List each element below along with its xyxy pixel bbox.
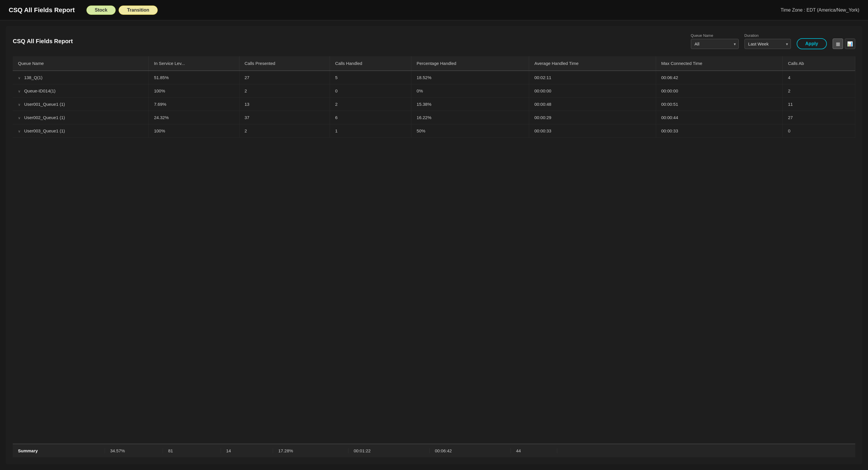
cell-abandoned-4: 0 [783,124,855,138]
cell-handled-1: 0 [330,84,411,98]
cell-handled-2: 2 [330,98,411,111]
col-header-calls-presented: Calls Presented [239,56,330,71]
table-body: ∨ 138_Q(1) 51.85% 27 5 18.52% 00:02:11 0… [13,71,855,138]
controls: Queue Name All 138_Q Queue-ID014 User001… [691,33,855,49]
cell-queue-name-3: ∨ User002_Queue1 (1) [13,111,149,124]
cell-service-0: 51.85% [149,71,239,84]
cell-service-3: 24.32% [149,111,239,124]
cell-presented-2: 13 [239,98,330,111]
tab-stock[interactable]: Stock [86,5,116,15]
report-header: CSQ All Fields Report Queue Name All 138… [13,33,855,49]
cell-queue-name-1: ∨ Queue-ID014(1) [13,84,149,98]
nav-tabs: Stock Transition [86,5,158,15]
cell-abandoned-3: 27 [783,111,855,124]
chart-view-icon: 📊 [847,41,853,47]
col-header-calls-handled: Calls Handled [330,56,411,71]
cell-pct-4: 50% [411,124,529,138]
col-header-queue-name: Queue Name [13,56,149,71]
summary-max-connected-time: 00:06:42 [430,448,511,453]
data-table: Queue Name In Service Lev... Calls Prese… [13,56,855,138]
expand-icon-4[interactable]: ∨ [18,129,21,133]
cell-handled-4: 1 [330,124,411,138]
table-row: ∨ Queue-ID014(1) 100% 2 0 0% 00:00:00 00… [13,84,855,98]
table-header: Queue Name In Service Lev... Calls Prese… [13,56,855,71]
cell-avg-3: 00:00:29 [529,111,656,124]
expand-icon-1[interactable]: ∨ [18,89,21,93]
view-buttons: ▦ 📊 [833,38,855,49]
table-row: ∨ User001_Queue1 (1) 7.69% 13 2 15.38% 0… [13,98,855,111]
cell-service-4: 100% [149,124,239,138]
summary-label: Summary [18,448,105,453]
table-row: ∨ User002_Queue1 (1) 24.32% 37 6 16.22% … [13,111,855,124]
expand-icon-3[interactable]: ∨ [18,116,21,120]
summary-avg-handled-time: 00:01:22 [348,448,430,453]
cell-presented-0: 27 [239,71,330,84]
cell-pct-1: 0% [411,84,529,98]
table-row: ∨ 138_Q(1) 51.85% 27 5 18.52% 00:02:11 0… [13,71,855,84]
summary-calls-presented: 81 [163,448,221,453]
duration-group: Duration Last Week Today Yesterday Last … [744,33,791,49]
queue-name-group: Queue Name All 138_Q Queue-ID014 User001… [691,33,739,49]
chart-view-button[interactable]: 📊 [845,38,855,49]
summary-bar: Summary 34.57% 81 14 17.28% 00:01:22 00:… [13,444,855,457]
header-row: Queue Name In Service Lev... Calls Prese… [13,56,855,71]
cell-max-1: 00:00:00 [656,84,782,98]
queue-name-select[interactable]: All 138_Q Queue-ID014 User001_Queue1 Use… [691,39,739,49]
cell-presented-1: 2 [239,84,330,98]
table-view-icon: ▦ [836,41,840,47]
table-wrapper: Queue Name In Service Lev... Calls Prese… [13,56,855,457]
cell-queue-name-2: ∨ User001_Queue1 (1) [13,98,149,111]
apply-button[interactable]: Apply [797,38,827,49]
cell-pct-2: 15.38% [411,98,529,111]
col-header-calls-abandoned: Calls Ab [783,56,855,71]
tab-transition[interactable]: Transition [119,5,157,15]
col-header-in-service-level: In Service Lev... [149,56,239,71]
duration-select-wrapper: Last Week Today Yesterday Last Month Cus… [744,39,791,49]
expand-icon-0[interactable]: ∨ [18,76,21,80]
duration-label: Duration [744,33,791,38]
main-content: CSQ All Fields Report Queue Name All 138… [6,26,862,464]
cell-max-3: 00:00:44 [656,111,782,124]
timezone-info: Time Zone : EDT (America/New_York) [781,7,859,13]
cell-pct-0: 18.52% [411,71,529,84]
cell-abandoned-1: 2 [783,84,855,98]
queue-name-label: Queue Name [691,33,739,38]
cell-presented-3: 37 [239,111,330,124]
cell-avg-4: 00:00:33 [529,124,656,138]
report-title: CSQ All Fields Report [13,38,691,45]
cell-handled-3: 6 [330,111,411,124]
summary-service-level: 34.57% [105,448,163,453]
expand-icon-2[interactable]: ∨ [18,103,21,107]
cell-abandoned-2: 11 [783,98,855,111]
top-nav: CSQ All Fields Report Stock Transition T… [0,0,868,20]
empty-area [13,138,855,444]
cell-avg-2: 00:00:48 [529,98,656,111]
summary-calls-handled: 14 [221,448,273,453]
cell-max-2: 00:00:51 [656,98,782,111]
cell-service-1: 100% [149,84,239,98]
col-header-max-connected-time: Max Connected Time [656,56,782,71]
table-view-button[interactable]: ▦ [833,38,843,49]
cell-max-4: 00:00:33 [656,124,782,138]
cell-queue-name-4: ∨ User003_Queue1 (1) [13,124,149,138]
table-row: ∨ User003_Queue1 (1) 100% 2 1 50% 00:00:… [13,124,855,138]
cell-queue-name-0: ∨ 138_Q(1) [13,71,149,84]
duration-select[interactable]: Last Week Today Yesterday Last Month Cus… [744,39,791,49]
cell-service-2: 7.69% [149,98,239,111]
cell-max-0: 00:06:42 [656,71,782,84]
cell-avg-0: 00:02:11 [529,71,656,84]
queue-name-select-wrapper: All 138_Q Queue-ID014 User001_Queue1 Use… [691,39,739,49]
app-title: CSQ All Fields Report [9,6,75,14]
col-header-avg-handled-time: Average Handled Time [529,56,656,71]
cell-presented-4: 2 [239,124,330,138]
summary-percentage-handled: 17.28% [273,448,348,453]
cell-abandoned-0: 4 [783,71,855,84]
cell-pct-3: 16.22% [411,111,529,124]
col-header-percentage-handled: Percentage Handled [411,56,529,71]
summary-calls-abandoned: 44 [511,448,557,453]
cell-handled-0: 5 [330,71,411,84]
cell-avg-1: 00:00:00 [529,84,656,98]
